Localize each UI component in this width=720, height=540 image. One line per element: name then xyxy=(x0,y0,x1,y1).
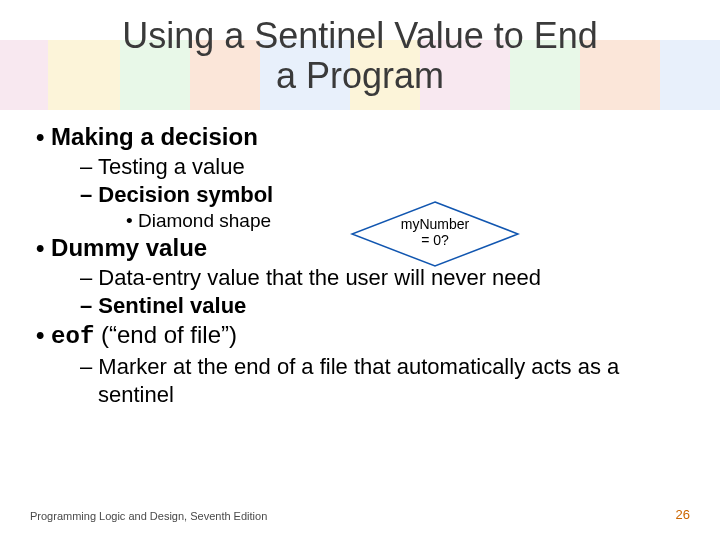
bullet-testing-value: Testing a value xyxy=(30,153,690,181)
slide-title: Using a Sentinel Value to End a Program xyxy=(0,16,720,95)
bullet-eof-marker: Marker at the end of a file that automat… xyxy=(30,353,690,409)
bullet-making-decision: Making a decision xyxy=(30,122,690,153)
slide: Using a Sentinel Value to End a Program … xyxy=(0,0,720,540)
footer-page-number: 26 xyxy=(676,507,690,522)
bullet-decision-symbol: Decision symbol xyxy=(30,181,690,209)
bullet-data-entry: Data-entry value that the user will neve… xyxy=(30,264,690,292)
bullet-eof: eof (“end of file”) xyxy=(30,320,690,353)
bullet-diamond-shape: Diamond shape xyxy=(30,209,690,233)
footer-source: Programming Logic and Design, Seventh Ed… xyxy=(30,510,267,522)
title-line-1: Using a Sentinel Value to End xyxy=(122,15,598,56)
bullet-sentinel-value: Sentinel value xyxy=(30,292,690,320)
bullet-content: Making a decision Testing a value Decisi… xyxy=(30,122,690,409)
bullet-dummy-value: Dummy value xyxy=(30,233,690,264)
eof-rest: (“end of file”) xyxy=(94,321,237,348)
title-line-2: a Program xyxy=(276,55,444,96)
eof-code: eof xyxy=(51,323,94,350)
